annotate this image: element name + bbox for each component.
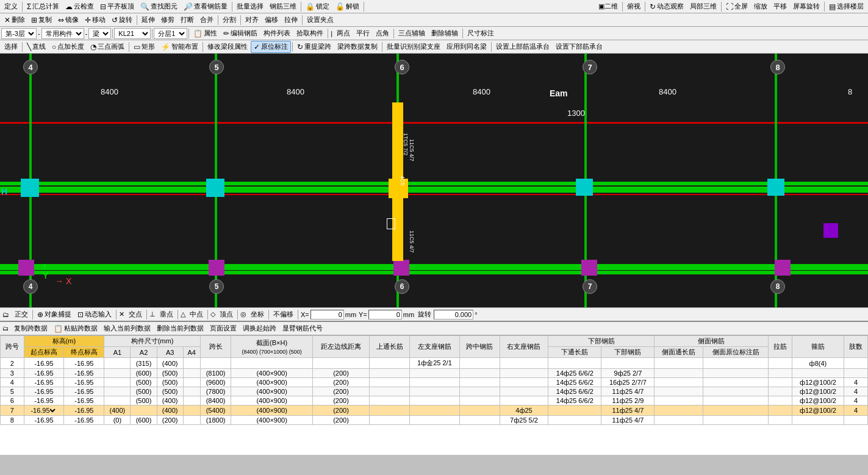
y-input[interactable] bbox=[368, 310, 402, 320]
btn-parallel[interactable]: 平行 bbox=[353, 27, 373, 40]
btn-dim-mark[interactable]: 尺寸标注 bbox=[464, 27, 497, 40]
btn-2d[interactable]: ▣ 二维 bbox=[595, 1, 621, 13]
btn-coord[interactable]: 坐标 bbox=[248, 309, 267, 321]
btn-copy-span-data[interactable]: 梁跨数据复制 bbox=[334, 41, 381, 53]
y-unit: mm bbox=[403, 311, 414, 318]
cell-a1 bbox=[104, 396, 131, 405]
btn-three-point-axis[interactable]: 三点辅轴 bbox=[395, 27, 428, 40]
btn-page-setup[interactable]: 页面设置 bbox=[207, 323, 240, 335]
btn-midpoint[interactable]: 中点 bbox=[187, 309, 206, 321]
x-input[interactable] bbox=[310, 310, 344, 320]
btn-local-3d[interactable]: 局部三维 bbox=[687, 1, 720, 13]
btn-set-bot-承台[interactable]: 设置下部筋承台 bbox=[553, 41, 606, 53]
cell-bc bbox=[548, 416, 601, 425]
btn-smart-place[interactable]: ⚡ 智能布置 bbox=[158, 41, 201, 53]
btn-unlock[interactable]: 🔓 解锁 bbox=[332, 1, 362, 13]
name-select[interactable]: KL21 bbox=[114, 28, 151, 39]
btn-modify-segment[interactable]: 修改梁段属性 bbox=[204, 41, 251, 53]
btn-mirror[interactable]: ⇔ 镜像 bbox=[55, 14, 82, 26]
zs-dropdown[interactable]: ▼ bbox=[50, 406, 57, 415]
btn-define[interactable]: 定义 bbox=[1, 1, 21, 13]
btn-set-grip[interactable]: 设置夹点 bbox=[304, 14, 337, 26]
floor-select[interactable]: 第-3层 bbox=[1, 28, 37, 39]
btn-perp[interactable]: 垂点 bbox=[157, 309, 176, 321]
btn-align[interactable]: 对齐 bbox=[242, 14, 262, 26]
btn-align-top[interactable]: ⊟ 平齐板顶 bbox=[97, 1, 137, 13]
btn-merge[interactable]: 合并 bbox=[197, 14, 217, 26]
cell-ls bbox=[410, 369, 460, 378]
btn-line[interactable]: ╲ 直线 bbox=[24, 41, 49, 53]
btn-screen-rotate[interactable]: 屏幕旋转 bbox=[790, 1, 823, 13]
btn-three-point-arc[interactable]: ◔ 三点画弧 bbox=[87, 41, 127, 53]
btn-orthogonal[interactable]: 正交 bbox=[12, 309, 31, 321]
btn-point-add-length[interactable]: ○ 点加长度 bbox=[49, 41, 87, 53]
btn-select[interactable]: 选择 bbox=[1, 41, 21, 53]
btn-split[interactable]: 分割 bbox=[220, 14, 239, 26]
table-container[interactable]: 跨号 标高(m) 构件尺寸(mm) 跨长 截面(B×H)(8400) (700×… bbox=[0, 335, 868, 455]
btn-batch-select[interactable]: 批量选择 bbox=[234, 1, 267, 13]
btn-swap-start[interactable]: 调换起始跨 bbox=[240, 323, 279, 335]
layer-select[interactable]: 分层1 bbox=[154, 28, 187, 39]
btn-vertex[interactable]: 顶点 bbox=[217, 309, 236, 321]
rotate-label: 旋转 bbox=[418, 310, 431, 319]
btn-pan[interactable]: 平移 bbox=[770, 1, 790, 13]
btn-point-angle[interactable]: 点角 bbox=[373, 27, 392, 40]
btn-break[interactable]: 打断 bbox=[178, 14, 197, 26]
type-select[interactable]: 常用构件 bbox=[41, 28, 84, 39]
btn-dynamic-input[interactable]: ⊡ 动态输入 bbox=[74, 309, 115, 321]
btn-select-floor[interactable]: ▤ 选择楼层 bbox=[826, 1, 867, 13]
btn-intersection[interactable]: 交点 bbox=[126, 309, 145, 321]
cell-span: (8400) bbox=[200, 396, 231, 405]
btn-component-list[interactable]: 构件列表 bbox=[260, 27, 293, 40]
btn-dynamic-observe[interactable]: ↻ 动态观察 bbox=[647, 1, 687, 13]
th-dist: 距左边线距离 bbox=[312, 336, 369, 358]
cell-bs: 11ф25 4/7 bbox=[601, 387, 655, 396]
btn-re-extract-span[interactable]: ↻ 重提梁跨 bbox=[294, 41, 334, 53]
btn-top-view[interactable]: 俯视 bbox=[624, 1, 644, 13]
cell-ze: -16.95 bbox=[64, 369, 104, 378]
btn-fullscreen[interactable]: ⛶ 全屏 bbox=[723, 1, 751, 13]
btn-orig-mark[interactable]: ✓ 原位标注 bbox=[251, 41, 291, 53]
btn-input-col[interactable]: 输入当前列数据 bbox=[101, 323, 154, 335]
btn-delete-axis[interactable]: 删除辅轴 bbox=[428, 27, 461, 40]
btn-stretch[interactable]: 拉伸 bbox=[281, 14, 301, 26]
cell-sc bbox=[655, 369, 703, 378]
btn-move[interactable]: ✛ 移动 bbox=[82, 14, 109, 26]
btn-offset[interactable]: 偏移 bbox=[262, 14, 281, 26]
btn-property[interactable]: 📋 属性 bbox=[190, 27, 220, 40]
btn-delete-col[interactable]: 删除当前列数据 bbox=[154, 323, 207, 335]
btn-copy[interactable]: ⊞ 复制 bbox=[28, 14, 55, 26]
btn-rebar-3d[interactable]: 钢筋三维 bbox=[267, 1, 299, 13]
btn-zoom[interactable]: 缩放 bbox=[751, 1, 770, 13]
vertex-icon: ◇ bbox=[210, 310, 215, 318]
subtype-select[interactable]: 梁 bbox=[88, 28, 111, 39]
btn-no-offset[interactable]: 不偏移 bbox=[270, 309, 296, 321]
btn-two-point[interactable]: 两点 bbox=[334, 27, 353, 40]
btn-rect[interactable]: ▭ 矩形 bbox=[131, 41, 158, 53]
btn-snap[interactable]: ⊕ 对象捕提 bbox=[34, 309, 74, 321]
btn-show-rebar-code[interactable]: 显臂钢筋代号 bbox=[279, 323, 326, 335]
btn-rotate[interactable]: ↺ 旋转 bbox=[109, 14, 135, 26]
btn-lock[interactable]: 🔒 锁定 bbox=[303, 1, 332, 13]
btn-copy-span[interactable]: 复制跨数据 bbox=[11, 323, 51, 335]
btn-cloud-check[interactable]: ☁ 云检查 bbox=[62, 1, 97, 13]
btn-view-rebar[interactable]: 🔎 查看钢筋量 bbox=[181, 1, 231, 13]
btn-apply-same-name[interactable]: 应用到同名梁 bbox=[443, 41, 490, 53]
btn-set-top-承台[interactable]: 设置上部筋温承台 bbox=[493, 41, 553, 53]
btn-extend[interactable]: 延伸 bbox=[138, 14, 158, 26]
btn-pick-component[interactable]: 拾取构件 bbox=[293, 27, 326, 40]
cell-ls bbox=[410, 387, 460, 396]
canvas-area[interactable]: 4 5 6 7 8 4 5 6 7 8 H 8400 8400 8400 840… bbox=[0, 54, 868, 307]
btn-sum[interactable]: Σ 汇总计算 bbox=[24, 1, 62, 13]
x-unit: mm bbox=[345, 311, 356, 318]
rotate-icon: ↻ bbox=[650, 2, 656, 11]
btn-trim[interactable]: 修剪 bbox=[158, 14, 178, 26]
cell-sc bbox=[655, 405, 703, 416]
btn-edit-rebar[interactable]: ✏ 编辑钢筋 bbox=[220, 27, 260, 40]
cell-bs: 11ф25 4/7 bbox=[601, 416, 655, 425]
btn-paste-span[interactable]: 📋 粘贴跨数据 bbox=[51, 323, 101, 335]
btn-find[interactable]: 🔍 查找图元 bbox=[137, 1, 181, 13]
btn-batch-identify[interactable]: 批量识别别梁支座 bbox=[384, 41, 443, 53]
rotate-input[interactable] bbox=[434, 310, 473, 320]
btn-delete[interactable]: ✕ 删除 bbox=[1, 14, 28, 26]
